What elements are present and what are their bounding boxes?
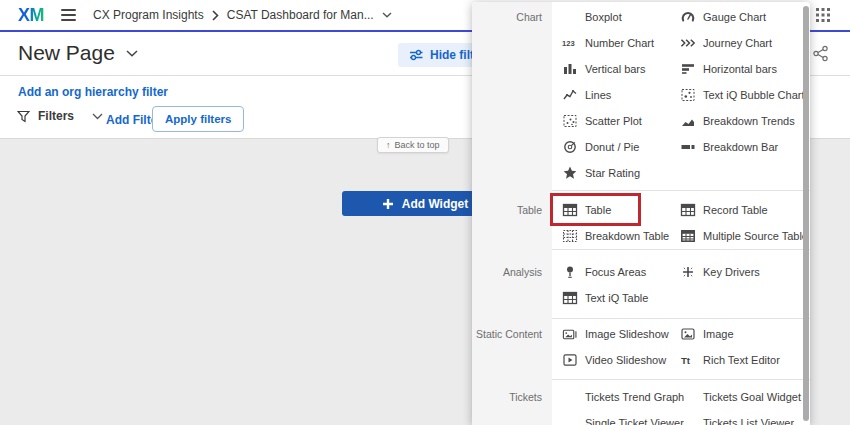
widget-menu-item-label: Breakdown Bar [703, 141, 778, 153]
no-icon [562, 9, 578, 25]
widget-menu-item[interactable]: Image [670, 321, 810, 347]
table-icon [562, 290, 578, 306]
widget-menu-item[interactable]: Tickets List Viewer [670, 410, 810, 425]
xm-logo[interactable]: XM [18, 5, 44, 26]
table-icon [680, 202, 696, 218]
widget-menu-item-label: Text iQ Table [585, 292, 648, 304]
key-drivers-icon [680, 264, 696, 280]
widget-menu-item[interactable]: Lines [552, 82, 670, 108]
breadcrumb-program[interactable]: CX Program Insights [93, 8, 204, 22]
hamburger-menu-icon[interactable] [61, 9, 76, 21]
plus-icon [382, 198, 394, 210]
widget-menu-item[interactable]: Text iQ Table [552, 285, 670, 311]
rich-text-icon: Tt [680, 352, 696, 368]
widget-menu-item[interactable]: Key Drivers [670, 259, 810, 285]
widget-menu-item-label: Star Rating [585, 167, 640, 179]
breakdown-table-icon [562, 228, 578, 244]
widget-menu-item-label: Image [703, 328, 734, 340]
widget-menu-item-label: Number Chart [585, 37, 654, 49]
widget-menu-item[interactable]: Focus Areas [552, 259, 670, 285]
widget-menu-item[interactable]: Text iQ Bubble Chart [670, 82, 810, 108]
scatter-plot-icon [562, 113, 578, 129]
gauge-icon [680, 9, 696, 25]
widget-menu-item-label: Key Drivers [703, 266, 760, 278]
widget-menu-item-label: Horizontal bars [703, 63, 777, 75]
widget-menu-item-label: Scatter Plot [585, 115, 642, 127]
vertical-bars-icon [562, 61, 578, 77]
multiple-source-table-icon [680, 228, 696, 244]
chevron-down-icon [92, 113, 103, 120]
widget-menu-item-label: Table [585, 204, 611, 216]
widget-menu-section: AnalysisFocus AreasKey DriversText iQ Ta… [472, 249, 810, 318]
widget-menu-item[interactable]: Breakdown Trends [670, 108, 810, 134]
sliders-icon [409, 49, 424, 61]
widget-menu-item[interactable]: TtRich Text Editor [670, 347, 810, 373]
widget-menu-item[interactable]: Scatter Plot [552, 108, 670, 134]
widget-menu-item-label: Lines [585, 89, 611, 101]
no-icon [562, 389, 578, 405]
widget-menu-item[interactable]: 123Number Chart [552, 30, 670, 56]
widget-menu-item[interactable]: Gauge Chart [670, 4, 810, 30]
widget-menu-section: Static ContentImage SlideshowImageVideo … [472, 318, 810, 379]
no-icon [680, 415, 696, 425]
back-to-top-button[interactable]: ↑ Back to top [377, 137, 449, 153]
star-icon [562, 165, 578, 181]
widget-menu-item[interactable]: Journey Chart [670, 30, 810, 56]
image-icon [680, 326, 696, 342]
filters-label: Filters [38, 109, 74, 123]
widget-menu-item[interactable]: Breakdown Table [552, 223, 670, 249]
app-switcher-icon[interactable] [815, 7, 831, 27]
widget-menu-item-label: Journey Chart [703, 37, 772, 49]
widget-menu-item-label: Breakdown Table [585, 230, 669, 242]
widget-menu-item[interactable]: Image Slideshow [552, 321, 670, 347]
no-icon [562, 415, 578, 425]
widget-menu-item[interactable]: Horizontal bars [670, 56, 810, 82]
widget-menu-item[interactable]: Boxplot [552, 4, 670, 30]
widget-items-grid: Tickets Trend GraphTickets Goal WidgetSi… [552, 384, 810, 425]
widget-menu-item-label: Breakdown Trends [703, 115, 795, 127]
add-widget-label: Add Widget [402, 197, 469, 211]
chevron-down-icon [382, 12, 392, 18]
widget-items-grid: Focus AreasKey DriversText iQ Table [552, 259, 810, 311]
focus-areas-icon [562, 264, 578, 280]
bubble-chart-icon [680, 87, 696, 103]
breadcrumb-dashboard[interactable]: CSAT Dashboard for Man... [227, 8, 374, 22]
donut-pie-icon [562, 139, 578, 155]
share-icon[interactable] [812, 45, 829, 66]
widget-menu-item-label: Multiple Source Table [703, 230, 808, 242]
widget-items-grid: Image SlideshowImageVideo SlideshowTtRic… [552, 321, 810, 373]
widget-menu-item[interactable]: Breakdown Bar [670, 134, 810, 160]
widget-menu-item[interactable]: Star Rating [552, 160, 670, 186]
widget-menu-item[interactable]: Tickets Trend Graph [552, 384, 670, 410]
widget-menu-item[interactable]: Video Slideshow [552, 347, 670, 373]
widget-menu-item-label: Video Slideshow [585, 354, 666, 366]
widget-menu-section: TableTableRecord TableBreakdown TableMul… [472, 190, 810, 249]
number-123-icon: 123 [562, 35, 578, 51]
widget-category-label: Chart [472, 4, 542, 30]
back-to-top-label: Back to top [395, 140, 440, 150]
line-chart-icon [562, 87, 578, 103]
widget-menu-item[interactable]: Multiple Source Table [670, 223, 810, 249]
no-icon [680, 389, 696, 405]
widget-menu-item[interactable]: Table [552, 197, 670, 223]
filters-dropdown[interactable]: Filters [17, 109, 103, 123]
widget-menu-item[interactable]: Tickets Goal Widget [670, 384, 810, 410]
widget-menu-item[interactable]: Single Ticket Viewer [552, 410, 670, 425]
widget-items-grid: TableRecord TableBreakdown TableMultiple… [552, 197, 810, 249]
breakdown-bar-icon [680, 139, 696, 155]
page-title-dropdown[interactable]: New Page [18, 41, 138, 65]
breakdown-trends-icon [680, 113, 696, 129]
page-title: New Page [18, 41, 115, 65]
widget-menu-item-label: Vertical bars [585, 63, 646, 75]
menu-scrollbar-thumb[interactable] [803, 6, 809, 421]
menu-scrollbar[interactable] [803, 5, 809, 422]
widget-menu-item[interactable]: Vertical bars [552, 56, 670, 82]
widget-menu-item-label: Rich Text Editor [703, 354, 780, 366]
add-org-hierarchy-filter-link[interactable]: Add an org hierarchy filter [18, 85, 168, 99]
widget-menu-item[interactable]: Donut / Pie [552, 134, 670, 160]
widget-menu-section: TicketsTickets Trend GraphTickets Goal W… [472, 379, 810, 425]
widget-menu-item-label: Text iQ Bubble Chart [703, 89, 805, 101]
funnel-icon [17, 110, 30, 123]
widget-menu-item[interactable]: Record Table [670, 197, 810, 223]
apply-filters-button[interactable]: Apply filters [152, 106, 244, 132]
